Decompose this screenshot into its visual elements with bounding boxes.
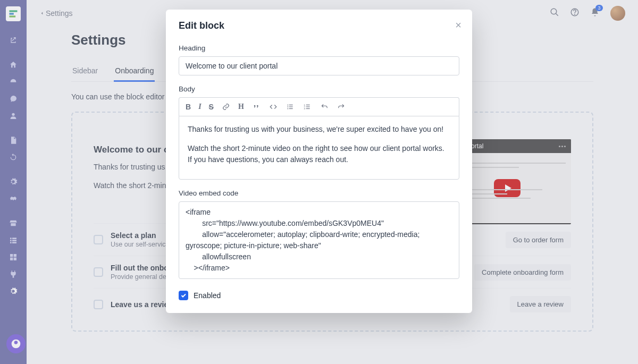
link-icon[interactable] [221, 102, 231, 112]
svg-rect-18 [289, 105, 292, 105]
undo-icon[interactable] [320, 102, 329, 112]
svg-rect-26 [306, 106, 309, 107]
svg-text:3: 3 [304, 107, 305, 110]
body-editor[interactable]: Thanks for trusting us with your busines… [179, 116, 459, 180]
svg-rect-28 [306, 108, 309, 109]
embed-textarea[interactable] [179, 201, 459, 279]
heading-icon[interactable]: H [238, 103, 244, 111]
ul-icon[interactable] [286, 102, 295, 112]
body-p2: Watch the short 2-minute video on the ri… [188, 143, 450, 166]
bold-icon[interactable]: B [186, 103, 191, 111]
italic-icon[interactable]: I [198, 103, 201, 111]
enabled-label[interactable]: Enabled [194, 291, 221, 300]
svg-point-19 [287, 106, 288, 107]
svg-point-21 [287, 108, 288, 109]
quote-icon[interactable] [251, 102, 261, 112]
code-icon[interactable] [268, 102, 278, 112]
svg-rect-24 [306, 105, 309, 105]
embed-label: Video embed code [179, 189, 459, 197]
editor-toolbar: B I S H 123 [179, 97, 459, 116]
svg-rect-22 [289, 108, 292, 109]
heading-label: Heading [179, 44, 459, 52]
modal-overlay[interactable]: × Edit block Heading Body B I S H 123 [0, 0, 638, 364]
redo-icon[interactable] [337, 102, 346, 112]
body-label: Body [179, 85, 459, 93]
svg-point-17 [287, 105, 288, 106]
body-p1: Thanks for trusting us with your busines… [188, 124, 450, 136]
svg-rect-20 [289, 106, 292, 107]
enabled-row: Enabled [179, 291, 459, 300]
modal-title: Edit block [179, 20, 459, 31]
ol-icon[interactable]: 123 [303, 102, 312, 112]
edit-block-modal: × Edit block Heading Body B I S H 123 [166, 10, 472, 313]
heading-input[interactable] [179, 56, 459, 75]
strike-icon[interactable]: S [209, 103, 214, 111]
enabled-checkbox[interactable] [179, 291, 188, 300]
close-icon[interactable]: × [455, 19, 461, 31]
